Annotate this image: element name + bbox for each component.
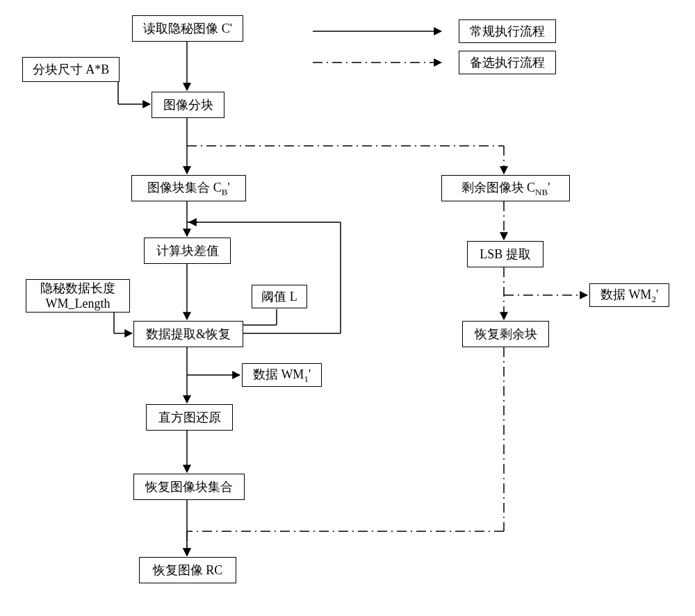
- node-block-size-label: 分块尺寸 A*B: [33, 61, 110, 78]
- remaining-blocks-sub: NB: [535, 186, 548, 197]
- remaining-blocks-tail: ': [548, 181, 550, 194]
- node-restore-remaining-label: 恢复剩余块: [475, 326, 537, 342]
- node-hist-restore: 直方图还原: [146, 404, 233, 431]
- node-image-blocking: 图像分块: [152, 92, 224, 118]
- node-read-stego-image: 读取隐秘图像 C': [132, 15, 243, 42]
- node-restore-image-label: 恢复图像 RC: [153, 562, 223, 578]
- node-secret-data-length-label: 隐秘数据长度 WM_Length: [40, 281, 115, 312]
- secret-len-line1: 隐秘数据长度: [40, 281, 115, 295]
- node-block-set-label: 图像块集合 CB': [147, 179, 229, 198]
- node-hist-restore-label: 直方图还原: [158, 409, 221, 426]
- node-block-set-text: 图像块集合 C: [147, 181, 222, 194]
- node-wm2: 数据 WM2': [589, 283, 669, 307]
- node-extract-restore: 数据提取&恢复: [133, 321, 243, 347]
- node-remaining-blocks: 剩余图像块 CNB': [441, 175, 570, 201]
- node-lsb-extract-label: LSB 提取: [480, 246, 531, 263]
- wm2-prefix: 数据 WM: [600, 288, 652, 301]
- secret-len-line2: WM_Length: [46, 297, 111, 310]
- node-threshold: 阈值 L: [252, 285, 307, 308]
- node-lsb-extract: LSB 提取: [467, 241, 543, 267]
- svg-line-23: [208, 309, 277, 322]
- legend-normal-label: 常规执行流程: [470, 23, 545, 40]
- legend-alternative-flow: 备选执行流程: [459, 51, 556, 74]
- node-restore-block-set: 恢复图像块集合: [133, 474, 245, 500]
- node-wm1-label: 数据 WM1': [253, 366, 311, 385]
- node-image-blocking-label: 图像分块: [163, 97, 213, 113]
- svg-line-22: [208, 299, 254, 321]
- node-restore-block-set-label: 恢复图像块集合: [145, 478, 233, 495]
- wm1-prefix: 数据 WM: [253, 367, 304, 381]
- wm2-tail: ': [656, 288, 658, 301]
- node-restore-remaining: 恢复剩余块: [462, 321, 549, 347]
- legend-normal-flow: 常规执行流程: [459, 19, 556, 43]
- node-read-stego-image-label: 读取隐秘图像 C': [143, 20, 232, 37]
- wm1-tail: ': [309, 367, 311, 381]
- node-remaining-blocks-label: 剩余图像块 CNB': [461, 179, 550, 198]
- node-wm1: 数据 WM1': [242, 363, 322, 387]
- node-block-set-tail: ': [227, 181, 229, 194]
- flowchart-canvas: 常规执行流程 备选执行流程 读取隐秘图像 C' 分块尺寸 A*B 图像分块 图像…: [0, 0, 695, 616]
- node-block-size: 分块尺寸 A*B: [22, 57, 120, 82]
- node-extract-restore-label: 数据提取&恢复: [146, 326, 231, 342]
- node-calc-block-diff-label: 计算块差值: [156, 242, 219, 259]
- node-threshold-label: 阈值 L: [261, 288, 297, 305]
- node-restore-image: 恢复图像 RC: [139, 557, 236, 583]
- legend-alternative-label: 备选执行流程: [470, 54, 545, 71]
- node-secret-data-length: 隐秘数据长度 WM_Length: [26, 279, 130, 313]
- node-calc-block-diff: 计算块差值: [144, 238, 231, 264]
- remaining-blocks-text: 剩余图像块 C: [461, 181, 536, 194]
- node-block-set: 图像块集合 CB': [131, 175, 246, 201]
- node-wm2-label: 数据 WM2': [600, 286, 658, 305]
